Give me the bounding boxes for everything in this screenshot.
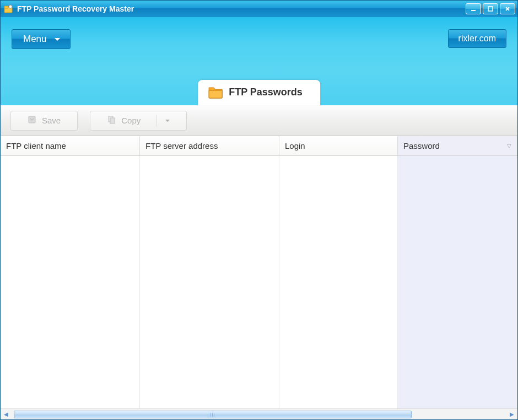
header-area: Menu rixler.com FTP Passwords	[1, 17, 517, 105]
titlebar[interactable]: FTP Password Recovery Master	[1, 1, 517, 17]
save-icon	[28, 115, 36, 126]
svg-rect-1	[4, 6, 8, 8]
toolbar: Save Copy	[1, 105, 517, 136]
table-column	[398, 156, 517, 408]
horizontal-scrollbar[interactable]: ◀ ||| ▶	[1, 408, 517, 419]
table-column	[140, 156, 279, 408]
window-title: FTP Password Recovery Master	[17, 4, 466, 13]
save-button[interactable]: Save	[10, 111, 78, 131]
app-icon	[3, 3, 14, 14]
website-link-label: rixler.com	[458, 34, 496, 43]
column-header-client[interactable]: FTP client name	[1, 136, 140, 155]
maximize-button[interactable]	[483, 3, 498, 14]
copy-button[interactable]: Copy	[90, 111, 187, 131]
scroll-thumb[interactable]: |||	[14, 411, 412, 418]
separator	[156, 115, 157, 127]
scroll-track[interactable]: |||	[13, 410, 505, 419]
window-controls	[466, 3, 515, 14]
table-body	[1, 156, 517, 408]
chevron-down-icon	[165, 120, 170, 122]
copy-icon	[107, 115, 116, 126]
table-column	[1, 156, 140, 408]
folder-icon	[208, 85, 223, 99]
tab-ftp-passwords[interactable]: FTP Passwords	[198, 80, 320, 105]
column-header-server[interactable]: FTP server address	[140, 136, 279, 155]
svg-rect-3	[471, 10, 476, 11]
website-link[interactable]: rixler.com	[448, 29, 506, 48]
menu-button[interactable]: Menu	[12, 29, 71, 49]
svg-rect-7	[110, 118, 115, 123]
tab-label: FTP Passwords	[229, 87, 303, 98]
scroll-left-button[interactable]: ◀	[1, 410, 12, 419]
minimize-button[interactable]	[466, 3, 481, 14]
sort-descending-icon: ▽	[507, 143, 511, 149]
svg-point-2	[9, 5, 12, 8]
column-header-login[interactable]: Login	[279, 136, 398, 155]
table-header: FTP client name FTP server address Login…	[1, 136, 517, 156]
content-area: FTP client name FTP server address Login…	[1, 136, 517, 419]
column-header-password[interactable]: Password ▽	[398, 136, 517, 155]
scroll-right-button[interactable]: ▶	[506, 410, 517, 419]
menu-label: Menu	[23, 34, 47, 45]
grip-icon: |||	[210, 412, 215, 417]
chevron-down-icon	[55, 38, 60, 41]
save-label: Save	[42, 116, 61, 125]
app-window: FTP Password Recovery Master Menu rixler…	[0, 0, 518, 420]
close-button[interactable]	[500, 3, 515, 14]
svg-rect-4	[488, 7, 493, 11]
copy-label: Copy	[121, 116, 141, 125]
table-column	[279, 156, 398, 408]
